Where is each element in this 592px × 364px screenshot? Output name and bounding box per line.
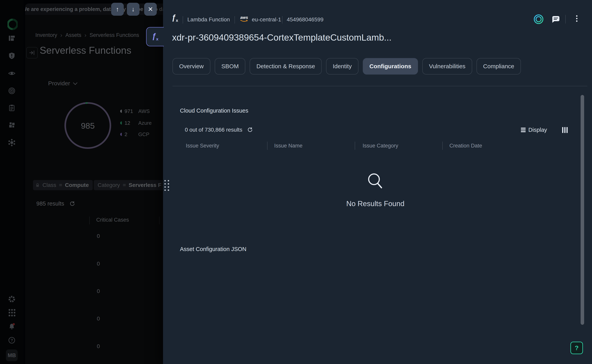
lambda-function-icon: ƒx xyxy=(172,14,178,23)
tab-overview[interactable]: Overview xyxy=(172,58,210,75)
display-label: Display xyxy=(528,127,547,133)
arrow-up-icon: ↑ xyxy=(116,6,119,13)
chat-feedback-icon[interactable] xyxy=(552,15,560,24)
empty-state: No Results Found xyxy=(180,172,571,208)
refresh-icon[interactable] xyxy=(247,127,253,133)
close-drawer-button[interactable]: ✕ xyxy=(144,3,157,16)
tab-divider xyxy=(172,86,587,86)
column-divider[interactable] xyxy=(442,142,443,150)
move-down-button[interactable]: ↓ xyxy=(127,3,140,16)
drawer-asset-tab[interactable]: ƒx xyxy=(146,27,164,46)
copilot-ring-icon[interactable] xyxy=(533,14,544,24)
tab-detection-response[interactable]: Detection & Response xyxy=(250,58,322,75)
column-divider[interactable] xyxy=(267,142,268,150)
issues-results-text: 0 out of 730,866 results xyxy=(185,127,242,133)
divider xyxy=(183,16,183,24)
divider xyxy=(235,16,235,24)
question-mark-icon: ? xyxy=(575,344,579,352)
divider xyxy=(565,15,566,24)
close-icon: ✕ xyxy=(148,6,153,13)
drawer-scrollbar[interactable] xyxy=(581,95,584,325)
divider xyxy=(282,16,283,24)
tab-sbom[interactable]: SBOM xyxy=(215,58,245,75)
column-header-creation-date[interactable]: Creation Date xyxy=(449,143,482,149)
lambda-x-glyph: x xyxy=(176,18,178,23)
tab-configurations[interactable]: Configurations xyxy=(363,58,418,75)
aws-smile-icon xyxy=(240,20,249,22)
kebab-menu-icon[interactable] xyxy=(575,14,579,23)
column-header-issue-category[interactable]: Issue Category xyxy=(363,143,398,149)
asset-type-label: Lambda Function xyxy=(187,16,230,23)
app-root: ? MB We are experiencing a problem, data… xyxy=(0,0,592,364)
column-header-issue-name[interactable]: Issue Name xyxy=(274,143,303,149)
modal-dim-overlay xyxy=(0,0,163,364)
lambda-x-glyph: x xyxy=(156,37,159,41)
lambda-f-glyph: ƒ xyxy=(172,13,176,22)
display-rows-icon xyxy=(521,127,526,133)
tab-bar: Overview SBOM Detection & Response Ident… xyxy=(172,58,521,75)
account-id-label: 454968046599 xyxy=(287,16,323,23)
no-results-text: No Results Found xyxy=(180,200,571,208)
help-button[interactable]: ? xyxy=(570,342,583,354)
json-section-heading: Asset Configuration JSON xyxy=(180,246,246,252)
lambda-f-glyph: ƒ xyxy=(152,32,156,40)
asset-title: xdr-pr-3609409389654-CortexTemplateCusto… xyxy=(172,32,526,43)
aws-logo: aws xyxy=(239,15,249,23)
arrow-down-icon: ↓ xyxy=(132,6,135,13)
search-icon xyxy=(367,172,384,190)
column-header-issue-severity[interactable]: Issue Severity xyxy=(186,143,219,149)
asset-detail-drawer: ƒx Lambda Function aws eu-central-1 4549… xyxy=(163,0,592,364)
aws-logo-text: aws xyxy=(239,15,249,20)
issues-results-count: 0 out of 730,866 results xyxy=(185,127,253,133)
move-up-button[interactable]: ↑ xyxy=(111,3,124,16)
display-button[interactable]: Display xyxy=(521,127,547,133)
tab-vulnerabilities[interactable]: Vulnerabilities xyxy=(422,58,472,75)
issues-section-heading: Cloud Configuration Issues xyxy=(180,107,248,114)
drawer-resize-handle-icon[interactable] xyxy=(163,178,170,193)
lambda-function-icon: ƒx xyxy=(152,32,159,41)
tab-identity[interactable]: Identity xyxy=(326,58,358,75)
tab-compliance[interactable]: Compliance xyxy=(477,58,521,75)
region-label: eu-central-1 xyxy=(252,16,281,23)
column-divider[interactable] xyxy=(355,142,355,150)
manage-columns-icon[interactable] xyxy=(562,127,568,133)
